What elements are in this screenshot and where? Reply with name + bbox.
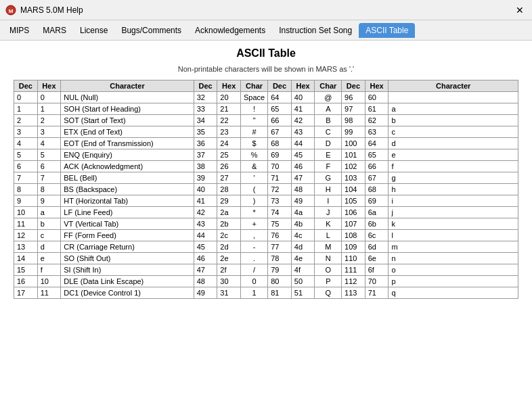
menu-item-acknowledgements[interactable]: Acknowledgements: [188, 23, 272, 38]
table-cell: 104: [342, 184, 365, 195]
table-cell: 76: [268, 230, 292, 241]
table-cell: O: [315, 264, 342, 276]
table-cell: G: [315, 172, 342, 184]
table-cell: 65: [365, 149, 389, 161]
table-cell: e: [389, 149, 518, 161]
table-cell: 30: [217, 276, 241, 287]
table-cell: *: [241, 207, 268, 218]
table-cell: 27: [217, 172, 241, 184]
table-cell: 46: [291, 161, 315, 172]
title-bar-text: MARS 5.0M Help: [20, 5, 513, 15]
table-cell: 32: [194, 92, 217, 103]
table-cell: M: [315, 241, 342, 253]
table-cell: 21: [217, 103, 241, 115]
menu-item-bugs[interactable]: Bugs/Comments: [114, 23, 188, 38]
table-row: 15fSI (Shift In)472f/794fO1116fo: [14, 264, 518, 276]
table-cell: 8: [14, 184, 38, 195]
table-row: 55ENQ (Enquiry)3725%6945E10165e: [14, 149, 518, 161]
table-cell: q: [389, 287, 518, 299]
table-cell: 43: [194, 218, 217, 230]
table-cell: f: [389, 161, 518, 172]
menu-item-mips[interactable]: MIPS: [3, 23, 36, 38]
table-cell: SOT (Start of Text): [61, 115, 194, 126]
table-cell: 6: [14, 161, 38, 172]
table-cell: 2f: [217, 264, 241, 276]
table-cell: 44: [194, 230, 217, 241]
table-cell: 79: [268, 264, 292, 276]
table-cell: ": [241, 115, 268, 126]
table-cell: 2e: [217, 253, 241, 264]
table-cell: H: [315, 184, 342, 195]
table-cell: NUL (Null): [61, 92, 194, 103]
table-row: 33ETX (End of Text)3523#6743C9963c: [14, 126, 518, 138]
table-cell: P: [315, 276, 342, 287]
table-cell: 70: [268, 161, 292, 172]
table-row: 12cFF (Form Feed)442c,764cL1086cl: [14, 230, 518, 241]
table-cell: LF (Line Feed): [61, 207, 194, 218]
header-dec-4: Dec: [342, 80, 365, 92]
table-cell: 77: [268, 241, 292, 253]
menu-item-license[interactable]: License: [73, 23, 114, 38]
table-row: 1610DLE (Data Link Escape)483008050P1127…: [14, 276, 518, 287]
table-cell: 6a: [365, 207, 389, 218]
table-cell: BS (Backspace): [61, 184, 194, 195]
table-cell: m: [389, 241, 518, 253]
menu-item-mars[interactable]: MARS: [36, 23, 73, 38]
table-cell: $: [241, 138, 268, 149]
table-cell: -: [241, 241, 268, 253]
table-cell: 9: [14, 195, 38, 207]
table-cell: 36: [194, 138, 217, 149]
table-cell: 64: [268, 92, 292, 103]
table-cell: 14: [14, 253, 38, 264]
table-cell: 105: [342, 195, 365, 207]
table-cell: 9: [37, 195, 61, 207]
table-row: 88BS (Backspace)4028(7248H10468h: [14, 184, 518, 195]
table-cell: 2c: [217, 230, 241, 241]
table-cell: 44: [291, 138, 315, 149]
table-cell: 47: [291, 172, 315, 184]
table-cell: .: [241, 253, 268, 264]
table-cell: SI (Shift In): [61, 264, 194, 276]
subtitle: Non-printable characters will be shown i…: [14, 65, 518, 73]
table-cell: 4: [37, 138, 61, 149]
table-cell: 47: [194, 264, 217, 276]
table-cell: 0: [37, 92, 61, 103]
menu-item-instruction-set-song[interactable]: Instruction Set Song: [272, 23, 359, 38]
table-body: 00NUL (Null)3220Space6440@966011SOH (Sta…: [14, 92, 518, 299]
table-cell: 73: [268, 195, 292, 207]
table-cell: i: [389, 195, 518, 207]
table-cell: 102: [342, 161, 365, 172]
table-cell: 2a: [217, 207, 241, 218]
table-cell: 34: [194, 115, 217, 126]
table-cell: 112: [342, 276, 365, 287]
table-row: 22SOT (Start of Text)3422"6642B9862b: [14, 115, 518, 126]
table-cell: 2d: [217, 241, 241, 253]
table-cell: ENQ (Enquiry): [61, 149, 194, 161]
table-cell: c: [37, 230, 61, 241]
table-cell: 41: [194, 195, 217, 207]
table-cell: I: [315, 195, 342, 207]
table-cell: 67: [365, 172, 389, 184]
table-cell: 8: [37, 184, 61, 195]
table-cell: 43: [291, 126, 315, 138]
table-cell: 50: [291, 276, 315, 287]
table-cell: 2: [37, 115, 61, 126]
table-cell: 110: [342, 253, 365, 264]
table-cell: 5: [37, 149, 61, 161]
table-cell: 67: [268, 126, 292, 138]
table-cell: 66: [268, 115, 292, 126]
table-header-row: Dec Hex Character Dec Hex Char Dec Hex C…: [14, 80, 518, 92]
table-cell: 7: [14, 172, 38, 184]
table-cell: g: [389, 172, 518, 184]
table-row: 11bVT (Vertical Tab)432b+754bK1076bk: [14, 218, 518, 230]
table-cell: 71: [365, 287, 389, 299]
close-button[interactable]: ✕: [513, 3, 527, 17]
table-cell: 98: [342, 115, 365, 126]
table-cell: 22: [217, 115, 241, 126]
table-cell: 96: [342, 92, 365, 103]
menu-item-ascii-table[interactable]: ASCII Table: [359, 23, 415, 38]
table-cell: J: [315, 207, 342, 218]
table-row: 66ACK (Acknowledgment)3826&7046F10266f: [14, 161, 518, 172]
menu-bar: MIPS MARS License Bugs/Comments Acknowle…: [0, 20, 532, 41]
table-cell: 11: [14, 218, 38, 230]
